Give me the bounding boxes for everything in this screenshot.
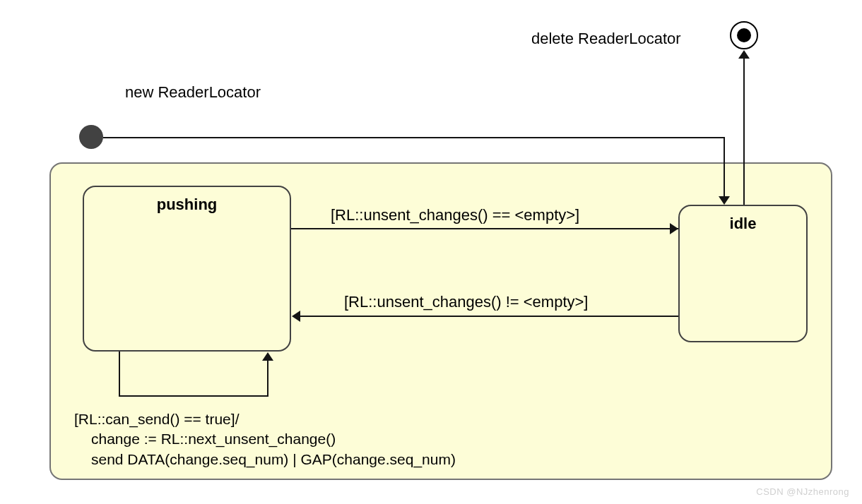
initial-state-label: new ReaderLocator (125, 83, 261, 102)
self-transition-up2 (267, 360, 268, 397)
self-transition-action2: send DATA(change.seq_num) | GAP(change.s… (74, 450, 456, 469)
watermark-text: CSDN @NJzhenrong (756, 486, 849, 497)
transition-initial-line-h (103, 137, 725, 138)
transition-idle-to-pushing-line (300, 316, 678, 317)
self-transition-action1: change := RL::next_unsent_change() (74, 429, 456, 449)
transition-initial-line-v (724, 137, 725, 199)
state-idle: idle (678, 205, 808, 342)
transition-final-line (743, 58, 745, 205)
self-transition-guard: [RL::can_send() == true]/ (74, 409, 456, 429)
self-transition-text: [RL::can_send() == true]/ change := RL::… (74, 409, 456, 469)
initial-state-icon (79, 125, 103, 149)
state-idle-title: idle (680, 206, 806, 233)
state-pushing: pushing (83, 186, 291, 352)
final-state-icon (730, 21, 758, 49)
self-transition-down1 (119, 352, 120, 395)
transition-pushing-to-idle-arrow-icon (670, 223, 678, 234)
final-state-label: delete ReaderLocator (531, 30, 681, 48)
self-transition-h (119, 395, 268, 397)
state-pushing-title: pushing (84, 187, 290, 214)
final-state-inner-icon (737, 28, 751, 42)
transition-initial-arrow-icon (719, 196, 730, 205)
transition-idle-to-pushing-arrow-icon (292, 311, 300, 322)
transition-idle-to-pushing-label: [RL::unsent_changes() != <empty>] (344, 293, 588, 311)
transition-pushing-to-idle-line (291, 228, 678, 229)
transition-final-arrow-icon (738, 50, 750, 59)
self-transition-arrow-icon (262, 352, 273, 361)
transition-pushing-to-idle-label: [RL::unsent_changes() == <empty>] (331, 206, 579, 224)
